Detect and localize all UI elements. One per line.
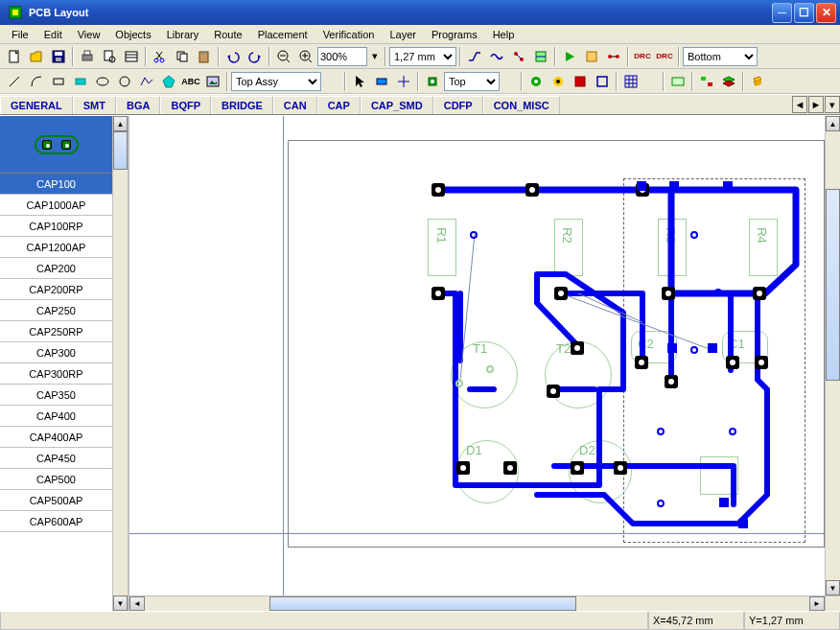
print-preview-icon[interactable] (99, 46, 120, 67)
list-item[interactable]: CAP100 (0, 174, 112, 195)
pad-icon[interactable] (422, 71, 443, 92)
tab-cap[interactable]: CAP (317, 96, 361, 114)
layer-select[interactable]: Bottom (683, 47, 758, 66)
component-icon[interactable] (371, 71, 392, 92)
menu-view[interactable]: View (70, 27, 108, 42)
display-layer-select[interactable]: Top Assy (231, 72, 321, 91)
list-item[interactable]: CAP1000AP (0, 195, 112, 216)
menu-route[interactable]: Route (206, 27, 249, 42)
text-icon[interactable]: ABC (180, 71, 201, 92)
list-item[interactable]: CAP300 (0, 342, 112, 363)
route-network-icon[interactable] (603, 46, 624, 67)
tab-cap-smd[interactable]: CAP_SMD (361, 96, 433, 114)
canvas-scrollbar-vertical[interactable]: ▲ ▼ (825, 116, 840, 595)
list-item[interactable]: CAP200RP (0, 279, 112, 300)
menu-verification[interactable]: Verification (315, 27, 383, 42)
grid-icon[interactable] (620, 71, 642, 92)
rect-fill-icon[interactable] (70, 71, 91, 92)
menu-file[interactable]: File (4, 27, 36, 42)
tab-cdfp[interactable]: CDFP (433, 96, 483, 114)
copper-pour-icon[interactable] (570, 71, 591, 92)
cursor-icon[interactable] (349, 71, 370, 92)
rect-icon[interactable] (48, 71, 69, 92)
drc-icon[interactable]: DRC (632, 46, 653, 67)
list-item[interactable]: CAP200 (0, 258, 112, 279)
tab-scroll-left-icon[interactable]: ◄ (792, 96, 807, 113)
sidebar-scrollbar[interactable]: ▲ ▼ (112, 116, 128, 611)
circle-icon[interactable] (114, 71, 135, 92)
drc-check-icon[interactable]: DRC (654, 46, 675, 67)
selection-handle[interactable] (708, 343, 717, 353)
mounting-icon[interactable] (548, 71, 569, 92)
menu-programs[interactable]: Programs (424, 27, 485, 42)
new-file-icon[interactable] (4, 46, 25, 67)
tab-con-misc[interactable]: CON_MISC (483, 96, 560, 114)
run-icon[interactable] (559, 46, 580, 67)
origin-icon[interactable] (393, 71, 414, 92)
menu-placement[interactable]: Placement (250, 27, 315, 42)
renumber-icon[interactable] (696, 71, 717, 92)
copy-icon[interactable] (172, 46, 193, 67)
menu-edit[interactable]: Edit (36, 27, 70, 42)
tab-bga[interactable]: BGA (116, 96, 160, 114)
list-item[interactable]: CAP250 (0, 300, 112, 321)
image-icon[interactable] (202, 71, 223, 92)
scroll-thumb[interactable] (269, 596, 576, 611)
scroll-track[interactable] (826, 131, 840, 580)
selection-handle[interactable] (637, 181, 646, 191)
schematic-link-icon[interactable] (667, 71, 688, 92)
minimize-button[interactable]: ─ (772, 3, 792, 23)
scroll-up-icon[interactable]: ▲ (826, 116, 840, 131)
titles-icon[interactable] (121, 46, 142, 67)
menu-layer[interactable]: Layer (382, 27, 424, 42)
tab-scroll-right-icon[interactable]: ► (808, 96, 824, 113)
open-file-icon[interactable] (26, 46, 47, 67)
tab-menu-icon[interactable]: ▾ (825, 96, 840, 113)
zoom-input[interactable] (317, 47, 367, 66)
line-icon[interactable] (4, 71, 25, 92)
grid-select[interactable]: 1,27 mm (389, 47, 456, 66)
active-layer-select[interactable]: Top (444, 72, 500, 91)
list-item[interactable]: CAP450 (0, 448, 112, 469)
route-edit-icon[interactable] (486, 46, 507, 67)
selection-handle[interactable] (723, 181, 733, 191)
list-item[interactable]: CAP500 (0, 469, 112, 490)
list-item[interactable]: CAP500AP (0, 490, 112, 511)
zoom-out-icon[interactable] (273, 46, 294, 67)
menu-help[interactable]: Help (485, 27, 523, 42)
selection-handle[interactable] (738, 519, 748, 528)
list-item[interactable]: CAP350 (0, 385, 112, 406)
tab-bqfp[interactable]: BQFP (160, 96, 211, 114)
scroll-down-icon[interactable]: ▼ (826, 580, 840, 595)
print-icon[interactable] (77, 46, 98, 67)
board-outline-icon[interactable] (592, 71, 613, 92)
list-item[interactable]: CAP600AP (0, 511, 112, 532)
redo-icon[interactable] (245, 46, 266, 67)
menu-library[interactable]: Library (159, 27, 207, 42)
route-setup-icon[interactable] (508, 46, 529, 67)
zoom-in-icon[interactable] (295, 46, 316, 67)
pcb-canvas[interactable]: R1 R2 R3 R4 T1 T2 C2 C1 D1 D2 (129, 116, 825, 595)
layers-icon[interactable] (718, 71, 739, 92)
menu-objects[interactable]: Objects (107, 27, 158, 42)
tab-smt[interactable]: SMT (73, 96, 116, 114)
tab-general[interactable]: GENERAL (0, 96, 73, 114)
paste-icon[interactable] (194, 46, 215, 67)
route-settings-icon[interactable] (581, 46, 602, 67)
scroll-track[interactable] (113, 170, 128, 595)
scroll-thumb[interactable] (826, 189, 840, 381)
zoom-dropdown-icon[interactable]: ▾ (368, 46, 382, 67)
arc-icon[interactable] (26, 71, 47, 92)
scroll-right-icon[interactable]: ► (809, 596, 825, 611)
scroll-down-icon[interactable]: ▼ (113, 595, 128, 611)
scroll-thumb[interactable] (113, 131, 128, 170)
tab-can[interactable]: CAN (273, 96, 317, 114)
selection-handle[interactable] (667, 343, 677, 353)
cut-icon[interactable] (150, 46, 171, 67)
list-item[interactable]: CAP400AP (0, 427, 112, 448)
list-item[interactable]: CAP400 (0, 406, 112, 427)
save-file-icon[interactable] (48, 46, 69, 67)
canvas-scrollbar-horizontal[interactable]: ◄ ► (129, 595, 840, 611)
close-button[interactable]: ✕ (816, 3, 836, 23)
list-item[interactable]: CAP250RP (0, 321, 112, 342)
